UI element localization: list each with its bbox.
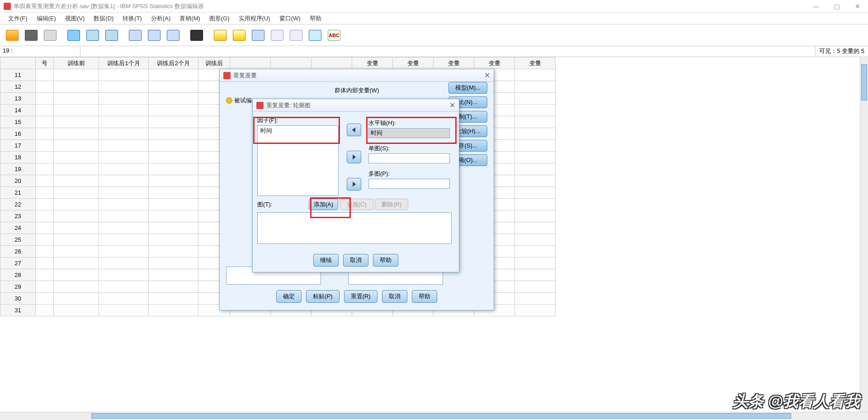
paste-button[interactable]: 粘贴(P) <box>306 290 339 303</box>
menu-view[interactable]: 视图(V) <box>61 14 89 23</box>
value-labels-icon[interactable] <box>269 27 286 44</box>
separate-plots-input[interactable] <box>368 179 450 189</box>
menu-transform[interactable]: 转换(T) <box>118 14 146 23</box>
print-icon[interactable] <box>42 27 59 44</box>
menu-utilities[interactable]: 实用程序(U) <box>234 14 275 23</box>
dialog-icon <box>223 72 231 79</box>
menu-directmarketing[interactable]: 直销(M) <box>175 14 205 23</box>
name-bar: 19 : 可见：5 变量的 5 <box>0 46 868 57</box>
weight-icon[interactable] <box>231 27 248 44</box>
move-to-sepplots-button[interactable] <box>347 178 361 191</box>
cancel2-button[interactable]: 取消 <box>343 254 368 267</box>
dialog2-title: 重复度量: 轮廓图 <box>266 101 449 110</box>
horizontal-axis-label: 水平轴(H): <box>368 119 450 127</box>
dialog1-title: 重复度量 <box>233 72 484 80</box>
cell-reference[interactable]: 19 : <box>0 46 80 57</box>
minimize-button[interactable]: — <box>806 0 826 13</box>
help-button[interactable]: 帮助 <box>412 290 437 303</box>
separate-lines-input[interactable] <box>368 153 450 163</box>
cell-value[interactable] <box>80 46 815 57</box>
window-titlebar: 单因素重复测量方差分析.sav [数据集1] - IBM SPSS Statis… <box>0 0 868 13</box>
plots-listbox[interactable] <box>257 212 452 244</box>
dialog2-titlebar[interactable]: 重复度量: 轮廓图 ✕ <box>253 99 459 112</box>
move-to-seplines-button[interactable] <box>347 151 361 163</box>
add-button[interactable]: 添加(A) <box>309 199 338 210</box>
show-all-icon[interactable] <box>307 27 324 44</box>
help2-button[interactable]: 帮助 <box>373 254 398 267</box>
factors-listbox[interactable]: 时间 <box>257 125 339 196</box>
menu-data[interactable]: 数据(D) <box>89 14 118 23</box>
window-controls: — ▢ ✕ <box>806 0 868 13</box>
move-to-haxis-button[interactable] <box>347 124 361 136</box>
change-button: 更改(C) <box>340 199 373 210</box>
dialog2-footer: 继续 取消 帮助 <box>253 254 459 267</box>
visible-vars-info: 可见：5 变量的 5 <box>815 46 868 57</box>
dialog1-bottom-buttons: 确定 粘贴(P) 重置(R) 取消 帮助 <box>220 290 494 303</box>
use-sets-icon[interactable] <box>288 27 305 44</box>
redo-icon[interactable] <box>103 27 120 44</box>
close-button[interactable]: ✕ <box>847 0 868 13</box>
menu-window[interactable]: 窗口(W) <box>275 14 305 23</box>
undo-icon[interactable] <box>84 27 101 44</box>
profile-plots-dialog: 重复度量: 轮廓图 ✕ 因子(F): 时间 水平轴(H): 单图(S): 多图(… <box>252 99 459 272</box>
model-button[interactable]: 模型(M)... <box>448 82 487 94</box>
variable-type-icon <box>226 97 232 104</box>
dialog1-close-icon[interactable]: ✕ <box>484 71 490 80</box>
split-icon[interactable] <box>212 27 229 44</box>
open-icon[interactable] <box>4 27 21 44</box>
remove-button: 删除(R) <box>375 199 408 210</box>
plots-label: 图(T): <box>257 200 307 209</box>
dialog-icon <box>256 102 264 109</box>
separate-lines-label: 单图(S): <box>368 144 450 153</box>
window-title: 单因素重复测量方差分析.sav [数据集1] - IBM SPSS Statis… <box>14 2 204 10</box>
continue-button[interactable]: 继续 <box>313 254 339 267</box>
recall-icon[interactable] <box>65 27 82 44</box>
variables-icon[interactable] <box>165 27 182 44</box>
menu-help[interactable]: 帮助 <box>305 14 326 23</box>
save-icon[interactable] <box>23 27 40 44</box>
cancel-button[interactable]: 取消 <box>382 290 407 303</box>
toolbar: ABC <box>0 24 868 46</box>
select-cases-icon[interactable] <box>250 27 267 44</box>
ok-button[interactable]: 确定 <box>276 290 302 303</box>
maximize-button[interactable]: ▢ <box>826 0 847 13</box>
horizontal-scrollbar[interactable] <box>0 412 868 420</box>
dialog2-close-icon[interactable]: ✕ <box>449 101 455 110</box>
factors-label: 因子(F): <box>257 116 339 124</box>
factor-item[interactable]: 时间 <box>258 126 338 136</box>
menu-edit[interactable]: 编辑(E) <box>32 14 61 23</box>
horizontal-axis-input[interactable] <box>368 128 450 138</box>
find-icon[interactable] <box>188 27 205 44</box>
dialog1-titlebar[interactable]: 重复度量 ✕ <box>220 69 494 82</box>
goto-case-icon[interactable] <box>127 27 144 44</box>
menu-graphs[interactable]: 图形(G) <box>205 14 234 23</box>
menu-bar: 文件(F) 编辑(E) 视图(V) 数据(D) 转换(T) 分析(A) 直销(M… <box>0 13 868 24</box>
menu-analyze[interactable]: 分析(A) <box>146 14 175 23</box>
spellcheck-icon[interactable]: ABC <box>326 27 343 44</box>
menu-file[interactable]: 文件(F) <box>4 14 32 23</box>
within-subject-label: 群体内部变量(W) <box>227 86 486 95</box>
separate-plots-label: 多图(P): <box>368 170 450 178</box>
reset-button[interactable]: 重置(R) <box>344 290 377 303</box>
app-icon <box>4 3 11 10</box>
vertical-scrollbar[interactable] <box>860 57 868 412</box>
left-list-label: 被试编 <box>234 96 252 105</box>
goto-var-icon[interactable] <box>146 27 163 44</box>
